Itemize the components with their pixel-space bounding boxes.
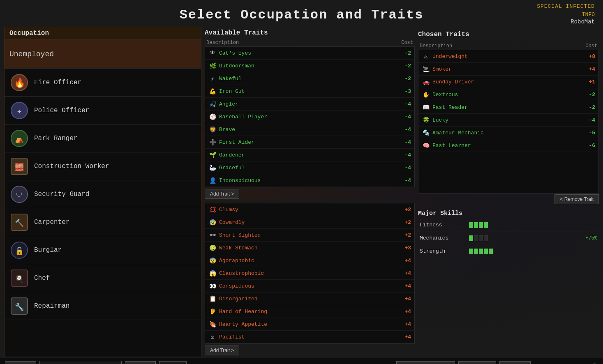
- positive-trait-inconspicuous[interactable]: 👤 Inconspicuous -4: [205, 174, 414, 187]
- skill-bar: [484, 235, 488, 241]
- negative-trait-hard-of-hearing[interactable]: 👂 Hard of Hearing +4: [205, 305, 414, 318]
- chosen-trait-icon: 🚗: [422, 78, 430, 86]
- add-trait-button-top[interactable]: Add Trait >: [205, 189, 239, 199]
- trait-name: Cat's Eyes: [219, 50, 399, 56]
- occupation-item-construction-worker[interactable]: 🧱 Construction Worker: [5, 152, 201, 180]
- trait-icon: ⚡: [208, 74, 217, 83]
- major-skills-section: Major Skills Fitness Mechanics +75% Stre…: [418, 208, 599, 258]
- skill-bar: [469, 222, 473, 228]
- occupation-icon-construction-worker: 🧱: [9, 157, 29, 176]
- positive-trait-wakeful[interactable]: ⚡ Wakeful -2: [205, 72, 414, 85]
- negative-trait-claustrophobic[interactable]: 😱 Claustrophobic +4: [205, 267, 414, 280]
- occupation-item-police-officer[interactable]: ✦ Police Officer: [5, 97, 201, 124]
- trait-cost: +4: [399, 270, 411, 276]
- occupation-item-carpenter[interactable]: 🔨 Carpenter: [5, 208, 201, 236]
- trait-icon: 😨: [208, 256, 217, 265]
- trait-icon: 🤢: [208, 244, 217, 252]
- chosen-trait-underweight[interactable]: ⚖ Underweight +8: [418, 50, 598, 63]
- svg-text:🔧: 🔧: [15, 302, 24, 311]
- trait-name: Inconspicuous: [219, 177, 399, 184]
- skill-row-mechanics: Mechanics +75%: [418, 232, 599, 245]
- occupation-name: Unemployed: [9, 50, 54, 58]
- trait-name: Graceful: [219, 165, 399, 171]
- next-button[interactable]: NEXT: [499, 361, 531, 364]
- info-label: INFO: [582, 12, 595, 18]
- trait-cost: -4: [399, 165, 411, 171]
- chosen-trait-icon: ✋: [422, 90, 430, 99]
- negative-trait-clumsy[interactable]: 💢 Clumsy +2: [205, 203, 414, 216]
- occupation-item-fire-officer[interactable]: 🔥 Fire Officer: [5, 69, 201, 97]
- trait-icon: 📋: [208, 295, 217, 303]
- negative-trait-hearty-appetite[interactable]: 🍖 Hearty Appetite +4: [205, 318, 414, 331]
- occupation-item-park-ranger[interactable]: ⛺ Park Ranger: [5, 124, 201, 152]
- chosen-traits-header: Chosen Traits: [418, 28, 469, 41]
- load-select[interactable]: --Select to load--: [39, 361, 122, 364]
- trait-cost: -2: [399, 63, 411, 69]
- trait-name: Brave: [219, 127, 399, 133]
- positive-trait-outdoorsman[interactable]: 🌿 Outdoorsman -2: [205, 60, 414, 72]
- occupation-item-repairman[interactable]: 🔧 Repairman: [5, 292, 201, 320]
- trait-icon: 🌿: [208, 62, 217, 70]
- trait-name: Angler: [219, 101, 399, 107]
- back-button[interactable]: BACK: [5, 361, 36, 364]
- occupation-icon-police-officer: ✦: [9, 101, 29, 120]
- positive-trait-baseball-player[interactable]: ⚾ Baseball Player -4: [205, 111, 414, 123]
- positive-trait-cat's-eyes[interactable]: 👁 Cat's Eyes -2: [205, 47, 414, 60]
- cost-col-header: Cost: [401, 40, 413, 46]
- add-trait-button-bottom[interactable]: Add Trait >: [205, 346, 239, 355]
- negative-traits-list: 💢 Clumsy +2 😰 Cowardly +2 👓 Short Sighte…: [205, 203, 415, 344]
- chosen-trait-dextrous[interactable]: ✋ Dextrous -2: [418, 88, 598, 101]
- remove-trait-button[interactable]: < Remove Trait: [554, 194, 599, 204]
- chosen-trait-icon: 🍀: [422, 116, 430, 124]
- chosen-trait-fast-learner[interactable]: 🧠 Fast Learner -6: [418, 139, 598, 152]
- svg-text:🔥: 🔥: [14, 77, 25, 89]
- random-button[interactable]: RANDOM: [458, 361, 496, 364]
- skill-bar: [469, 249, 473, 254]
- occupation-item-burglar[interactable]: 🔓 Burglar: [5, 236, 201, 264]
- major-skills-header: Major Skills: [418, 210, 462, 217]
- occupation-item-chef[interactable]: 🍳 Chef: [5, 264, 201, 292]
- trait-name: Iron Gut: [219, 88, 399, 94]
- chosen-trait-lucky[interactable]: 🍀 Lucky -4: [418, 114, 598, 127]
- positive-trait-graceful[interactable]: 🦢 Graceful -4: [205, 161, 414, 174]
- negative-trait-short-sighted[interactable]: 👓 Short Sighted +2: [205, 229, 414, 242]
- positive-trait-gardener[interactable]: 🌱 Gardener -4: [205, 149, 414, 161]
- negative-trait-weak-stomach[interactable]: 🤢 Weak Stomach +3: [205, 242, 414, 254]
- negative-trait-agoraphobic[interactable]: 😨 Agoraphobic +4: [205, 254, 414, 267]
- available-traits-header: Available Traits: [205, 27, 415, 39]
- positive-trait-angler[interactable]: 🎣 Angler -4: [205, 98, 414, 111]
- chosen-trait-cost: -2: [583, 92, 595, 98]
- trait-name: First Aider: [219, 139, 399, 145]
- occupation-item-unemployed[interactable]: Unemployed: [5, 40, 201, 69]
- positive-trait-brave[interactable]: 🦁 Brave -4: [205, 123, 414, 136]
- reset-traits-button[interactable]: RESET TRAITS: [396, 361, 455, 364]
- negative-trait-conspicuous[interactable]: 👀 Conspicuous +4: [205, 280, 414, 293]
- chosen-trait-sunday-driver[interactable]: 🚗 Sunday Driver +1: [418, 76, 598, 88]
- occupation-item-security-guard[interactable]: 🛡 Security Guard: [5, 180, 201, 208]
- del-button[interactable]: Del: [159, 361, 187, 364]
- trait-icon: 😰: [208, 218, 217, 226]
- negative-trait-disorganized[interactable]: 📋 Disorganized +4: [205, 293, 414, 305]
- trait-icon: 💢: [208, 205, 217, 214]
- trait-name: Baseball Player: [219, 114, 399, 120]
- positive-trait-first-aider[interactable]: ➕ First Aider -4: [205, 136, 414, 149]
- chosen-trait-icon: 🧠: [422, 141, 430, 150]
- chosen-trait-smoker[interactable]: 🚬 Smoker +4: [418, 63, 598, 76]
- occupation-name-police-officer: Police Officer: [34, 107, 89, 114]
- trait-name: Disorganized: [219, 296, 399, 302]
- chosen-trait-amateur-mechanic[interactable]: 🔩 Amateur Mechanic -5: [418, 127, 598, 139]
- chosen-trait-name: Fast Learner: [432, 143, 583, 149]
- negative-trait-pacifist[interactable]: ☮ Pacifist +4: [205, 331, 414, 343]
- chosen-trait-cost: -4: [583, 117, 595, 123]
- trait-name: Pacifist: [219, 334, 399, 340]
- trait-icon: 👁: [208, 49, 217, 57]
- trait-name: Hard of Hearing: [219, 309, 399, 315]
- chosen-trait-name: Dextrous: [432, 92, 583, 98]
- skill-bar: [474, 235, 478, 241]
- save-button[interactable]: Save: [125, 361, 156, 364]
- skill-bars: [469, 222, 597, 228]
- positive-trait-iron-gut[interactable]: 💪 Iron Gut -3: [205, 85, 414, 98]
- trait-icon: 🍖: [208, 320, 217, 328]
- negative-trait-cowardly[interactable]: 😰 Cowardly +2: [205, 216, 414, 229]
- chosen-trait-fast-reader[interactable]: 📖 Fast Reader -2: [418, 101, 598, 114]
